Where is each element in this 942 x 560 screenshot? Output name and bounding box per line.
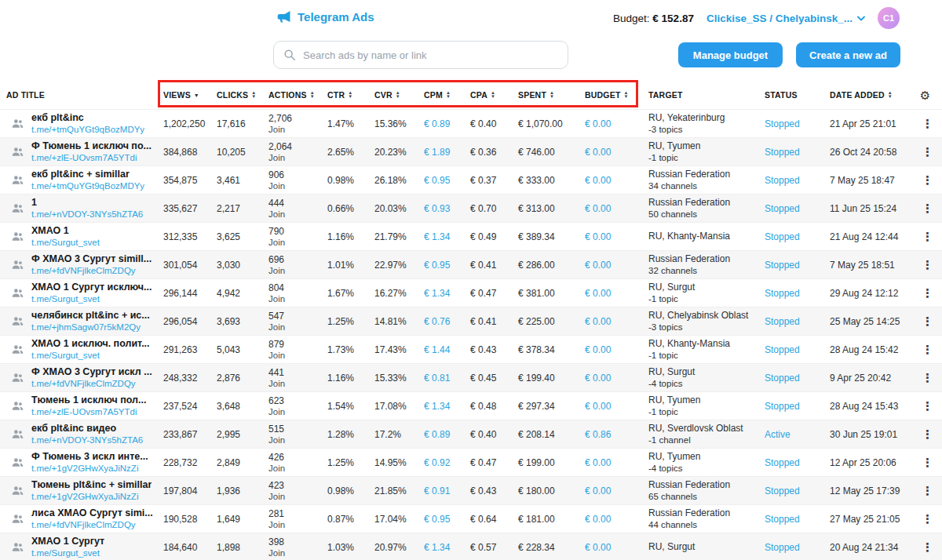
row-menu-icon[interactable]: ⋮ <box>922 540 933 555</box>
column-header-ctr[interactable]: CTR▲▼ <box>323 90 370 100</box>
budget-value[interactable]: € 0.00 <box>580 260 637 271</box>
cpm-value[interactable]: € 0.89 <box>419 429 466 440</box>
cpm-value[interactable]: € 1.44 <box>419 344 466 355</box>
actions-type: Join <box>268 181 323 191</box>
create-ad-button[interactable]: Create a new ad <box>796 42 900 67</box>
cpm-value[interactable]: € 0.95 <box>419 175 466 186</box>
row-menu-icon[interactable]: ⋮ <box>922 145 933 159</box>
ad-link[interactable]: t.me/Surgut_svet <box>31 293 152 304</box>
column-header-spent[interactable]: SPENT▲▼ <box>513 90 580 100</box>
audience-icon <box>11 427 24 441</box>
row-menu-icon[interactable]: ⋮ <box>922 456 933 470</box>
target-cell: Russian Federation34 channels <box>637 169 754 191</box>
telegram-ads-brand[interactable]: Telegram Ads <box>276 9 374 24</box>
budget-value[interactable]: € 0.00 <box>580 542 637 553</box>
column-header-ad-title: AD TITLE <box>0 90 159 100</box>
column-header-views[interactable]: VIEWS▼ <box>159 90 212 100</box>
budget-value[interactable]: € 0.00 <box>580 457 637 468</box>
budget-value[interactable]: € 0.00 <box>580 401 637 412</box>
budget-value[interactable]: € 0.00 <box>580 373 637 384</box>
row-menu-icon[interactable]: ⋮ <box>922 399 933 413</box>
cpm-value[interactable]: € 1.89 <box>419 147 466 158</box>
budget-value[interactable]: € 0.00 <box>580 288 637 299</box>
cpm-value[interactable]: € 0.95 <box>419 514 466 525</box>
ad-title: Тюмень plt&inc + simillar <box>31 479 152 491</box>
row-menu-icon[interactable]: ⋮ <box>922 427 933 442</box>
ad-link[interactable]: t.me/Surgut_svet <box>31 237 100 248</box>
search-bar[interactable] <box>273 41 568 69</box>
cpm-value[interactable]: € 0.95 <box>419 260 466 271</box>
ad-title-cell: ХМАО 1 Сургут исключ...t.me/Surgut_svet <box>0 282 159 304</box>
row-menu-icon[interactable]: ⋮ <box>922 371 933 385</box>
ad-link[interactable]: t.me/+1gV2GHwXyaJiNzZi <box>31 463 148 474</box>
budget-value[interactable]: € 0.00 <box>580 147 637 158</box>
column-header-cvr[interactable]: CVR▲▼ <box>370 90 419 100</box>
status-cell: Stopped <box>754 401 820 412</box>
budget-value[interactable]: € 0.00 <box>580 344 637 355</box>
column-header-date-added[interactable]: DATE ADDED▲▼ <box>820 90 908 100</box>
audience-icon <box>11 202 24 215</box>
search-input[interactable] <box>303 49 558 61</box>
row-menu-icon[interactable]: ⋮ <box>922 258 933 272</box>
spent-value: € 225.00 <box>513 316 580 327</box>
ad-link[interactable]: t.me/+zlE-UOvsm7A5YTdi <box>31 152 152 163</box>
actions-cell: 804Join <box>264 282 323 304</box>
ad-link[interactable]: t.me/+tmQuYGt9qBozMDYy <box>31 124 144 135</box>
ad-link[interactable]: t.me/+zlE-UOvsm7A5YTdi <box>31 406 146 417</box>
column-label: CVR <box>374 90 392 100</box>
budget-value[interactable]: € 0.00 <box>580 514 637 525</box>
budget-value[interactable]: € 0.00 <box>580 485 637 496</box>
manage-budget-button[interactable]: Manage budget <box>678 42 783 67</box>
ad-link[interactable]: t.me/+tmQuYGt9qBozMDYy <box>31 180 144 191</box>
cpm-value[interactable]: € 1.34 <box>419 288 466 299</box>
cpm-value[interactable]: € 0.92 <box>419 457 466 468</box>
row-menu-icon[interactable]: ⋮ <box>922 286 933 300</box>
ad-link[interactable]: t.me/Surgut_svet <box>31 350 150 361</box>
actions-value: 790 <box>268 226 323 238</box>
column-header-actions[interactable]: ACTIONS▲▼ <box>264 90 323 100</box>
budget-value[interactable]: € 0.00 <box>580 231 637 242</box>
budget-value[interactable]: € 0.00 <box>580 316 637 327</box>
ad-title: Ф ХМАО 3 Сургут искл ... <box>31 366 152 378</box>
status-badge: Stopped <box>765 316 800 327</box>
ad-title-cell: ХМАО 1 Сургутt.me/Surgut_svet <box>0 536 159 558</box>
row-menu-icon[interactable]: ⋮ <box>922 202 933 216</box>
ad-link[interactable]: t.me/+1gV2GHwXyaJiNzZi <box>31 491 152 502</box>
column-header-cpm[interactable]: CPM▲▼ <box>419 90 466 100</box>
column-header-cpa[interactable]: CPA▲▼ <box>466 90 513 100</box>
ad-link[interactable]: t.me/+fdVNFjlkeClmZDQy <box>31 378 152 389</box>
cpm-value[interactable]: € 0.89 <box>419 118 466 129</box>
avatar[interactable]: C1 <box>878 7 900 29</box>
cpm-value[interactable]: € 0.91 <box>419 485 466 496</box>
cpm-value[interactable]: € 0.81 <box>419 373 466 384</box>
ad-link[interactable]: t.me/+nVDOY-3NYs5hZTA6 <box>31 209 143 220</box>
column-settings-button[interactable]: ⚙ <box>908 89 942 101</box>
ad-link[interactable]: t.me/Surgut_svet <box>31 547 104 558</box>
column-header-budget[interactable]: BUDGET▲▼ <box>580 90 637 100</box>
cpm-value[interactable]: € 1.34 <box>419 542 466 553</box>
row-menu-icon[interactable]: ⋮ <box>922 484 933 498</box>
row-menu-icon[interactable]: ⋮ <box>922 512 933 526</box>
budget-value[interactable]: € 0.00 <box>580 118 637 129</box>
ad-link[interactable]: t.me/+fdVNFjlkeClmZDQy <box>31 265 152 276</box>
ad-link[interactable]: t.me/+jhmSagw07r5kM2Qy <box>31 322 150 333</box>
row-menu-icon[interactable]: ⋮ <box>922 230 933 244</box>
budget-value[interactable]: € 0.00 <box>580 203 637 214</box>
budget-value[interactable]: € 0.00 <box>580 175 637 186</box>
cpm-value[interactable]: € 1.34 <box>419 401 466 412</box>
row-menu-icon[interactable]: ⋮ <box>922 117 933 131</box>
ad-link[interactable]: t.me/+nVDOY-3NYs5hZTA6 <box>31 435 143 445</box>
cpm-value[interactable]: € 0.76 <box>419 316 466 327</box>
column-header-clicks[interactable]: CLICKS▲▼ <box>212 90 264 100</box>
cvr-value: 17.08% <box>370 401 419 412</box>
budget-value[interactable]: € 0.86 <box>580 429 637 440</box>
views-value: 190,528 <box>159 514 212 525</box>
account-switcher[interactable]: Clickise_SS / Chelyabinsk_... <box>706 13 865 24</box>
cpm-value[interactable]: € 1.34 <box>419 231 466 242</box>
row-menu-icon[interactable]: ⋮ <box>922 315 933 329</box>
cpm-value[interactable]: € 0.93 <box>419 203 466 214</box>
row-menu-icon[interactable]: ⋮ <box>922 173 933 187</box>
date-added-value: 7 May 25 18:51 <box>820 260 908 271</box>
ad-link[interactable]: t.me/+fdVNFjlkeClmZDQy <box>31 519 153 530</box>
row-menu-icon[interactable]: ⋮ <box>922 343 933 357</box>
